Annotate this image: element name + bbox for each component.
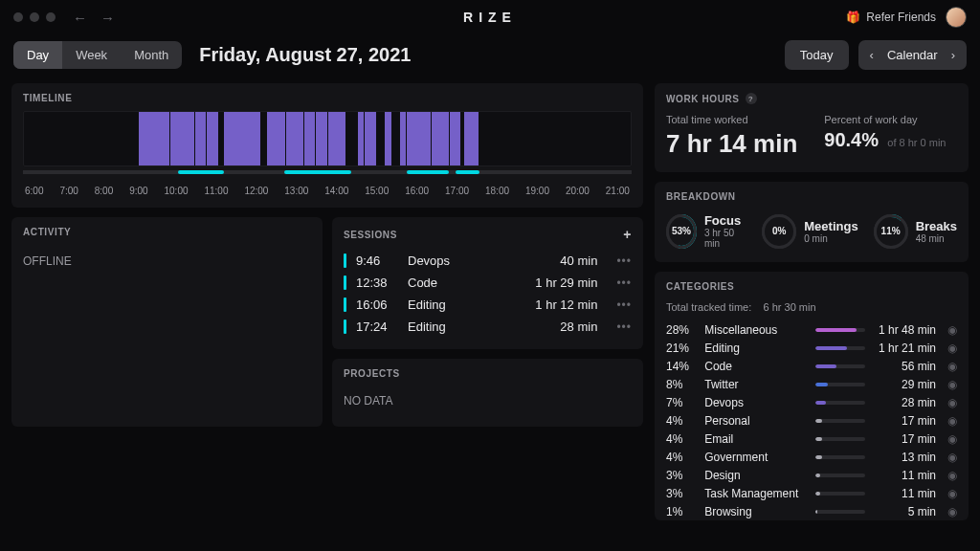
tab-month[interactable]: Month — [121, 41, 182, 69]
category-row[interactable]: 21%Editing1 hr 21 min◉ — [655, 339, 969, 357]
category-row[interactable]: 4%Personal17 min◉ — [655, 411, 969, 430]
category-row[interactable]: 4%Email17 min◉ — [655, 430, 969, 448]
timeline-sessions-bar — [23, 170, 632, 176]
nav-back-icon[interactable]: ← — [73, 10, 87, 26]
category-duration: 28 min — [873, 396, 936, 409]
activity-panel: ACTIVITY OFFLINE — [11, 217, 323, 427]
categories-panel: CATEGORIES Total tracked time: 6 hr 30 m… — [655, 272, 969, 520]
category-duration: 1 hr 21 min — [873, 342, 936, 355]
session-tick — [344, 253, 346, 268]
nav-forward-icon[interactable]: → — [100, 10, 115, 26]
timeline-block[interactable] — [224, 112, 260, 165]
category-row[interactable]: 28%Miscellaneous1 hr 48 min◉ — [655, 320, 969, 339]
breakdown-item[interactable]: 53%Focus3 hr 50 min — [666, 213, 746, 249]
visibility-icon[interactable]: ◉ — [947, 505, 957, 518]
sessions-title: SESSIONS — [344, 230, 397, 240]
timeline-hour-label: 8:00 — [95, 186, 113, 196]
close-window[interactable] — [13, 12, 23, 22]
category-pct: 21% — [666, 342, 697, 355]
timeline-hour-label: 6:00 — [25, 186, 43, 196]
category-pct: 28% — [666, 323, 697, 337]
timeline-block[interactable] — [464, 112, 479, 165]
chevron-right-icon[interactable]: › — [951, 48, 955, 62]
projects-panel: PROJECTS NO DATA — [332, 359, 643, 427]
category-row[interactable]: 7%Devops28 min◉ — [655, 393, 969, 411]
pct-day-of: of 8 hr 0 min — [887, 137, 946, 148]
category-bar — [815, 346, 864, 350]
timeline-block[interactable] — [385, 112, 390, 165]
session-row[interactable]: 16:06Editing1 hr 12 min••• — [344, 294, 632, 316]
session-row[interactable]: 17:24Editing28 min••• — [344, 316, 632, 338]
session-more-icon[interactable]: ••• — [616, 276, 632, 290]
session-name: Devops — [408, 253, 550, 268]
sessions-panel: SESSIONS + 9:46Devops40 min•••12:38Code1… — [332, 217, 643, 349]
projects-heading: PROJECTS — [332, 359, 643, 386]
category-duration: 56 min — [873, 360, 936, 373]
work-hours-panel: WORK HOURS ? Total time worked 7 hr 14 m… — [655, 83, 969, 172]
session-name: Editing — [408, 298, 525, 312]
avatar[interactable] — [946, 7, 967, 28]
info-icon[interactable]: ? — [746, 93, 757, 104]
session-row[interactable]: 12:38Code1 hr 29 min••• — [344, 272, 632, 294]
category-row[interactable]: 8%Twitter29 min◉ — [655, 375, 969, 393]
category-pct: 4% — [666, 451, 697, 464]
breakdown-sub: 3 hr 50 min — [704, 228, 746, 249]
visibility-icon[interactable]: ◉ — [947, 323, 957, 337]
session-tick — [344, 276, 346, 290]
session-time: 12:38 — [356, 276, 398, 290]
tab-day[interactable]: Day — [13, 41, 62, 69]
visibility-icon[interactable]: ◉ — [947, 451, 957, 464]
category-duration: 17 min — [873, 414, 936, 428]
category-name: Browsing — [704, 505, 808, 518]
breakdown-item[interactable]: 11%Breaks48 min — [874, 214, 957, 249]
session-more-icon[interactable]: ••• — [616, 298, 632, 312]
session-more-icon[interactable]: ••• — [616, 254, 632, 268]
category-name: Design — [704, 469, 808, 482]
category-bar — [815, 328, 864, 332]
timeline-hour-label: 15:00 — [365, 186, 389, 196]
visibility-icon[interactable]: ◉ — [947, 432, 957, 446]
breakdown-ring: 0% — [762, 214, 796, 249]
window-controls — [13, 12, 56, 22]
timeline-hour-label: 10:00 — [165, 186, 189, 196]
timeline-hour-label: 11:00 — [204, 186, 228, 196]
session-more-icon[interactable]: ••• — [616, 320, 632, 334]
visibility-icon[interactable]: ◉ — [947, 378, 957, 391]
timeline-block[interactable] — [358, 112, 376, 165]
category-duration: 1 hr 48 min — [873, 323, 936, 337]
total-worked-label: Total time worked — [666, 114, 797, 125]
breakdown-panel: BREAKDOWN 53%Focus3 hr 50 min0%Meetings0… — [655, 182, 969, 262]
timeline-block[interactable] — [267, 112, 345, 165]
visibility-icon[interactable]: ◉ — [947, 414, 957, 428]
add-session-icon[interactable]: + — [623, 227, 632, 242]
category-row[interactable]: 4%Government13 min◉ — [655, 448, 969, 466]
chevron-left-icon[interactable]: ‹ — [870, 48, 874, 62]
visibility-icon[interactable]: ◉ — [947, 360, 957, 373]
visibility-icon[interactable]: ◉ — [947, 469, 957, 482]
timeline-hour-label: 21:00 — [606, 186, 630, 196]
breakdown-label: Breaks — [916, 219, 957, 233]
refer-friends-link[interactable]: Refer Friends — [846, 11, 936, 24]
pct-day-value: 90.4% — [824, 129, 879, 151]
visibility-icon[interactable]: ◉ — [947, 487, 957, 500]
category-row[interactable]: 1%Browsing5 min◉ — [655, 502, 969, 520]
category-row[interactable]: 3%Design11 min◉ — [655, 466, 969, 484]
work-hours-heading: WORK HOURS ? — [655, 83, 969, 112]
today-button[interactable]: Today — [785, 40, 849, 70]
timeline-track[interactable] — [23, 111, 632, 166]
calendar-button[interactable]: ‹ Calendar › — [858, 40, 967, 70]
category-row[interactable]: 14%Code56 min◉ — [655, 357, 969, 375]
session-name: Code — [408, 276, 525, 290]
visibility-icon[interactable]: ◉ — [947, 396, 957, 409]
breakdown-label: Focus — [704, 213, 746, 228]
category-bar — [815, 401, 864, 405]
visibility-icon[interactable]: ◉ — [947, 342, 957, 355]
maximize-window[interactable] — [46, 12, 56, 22]
category-duration: 11 min — [873, 469, 936, 482]
breakdown-item[interactable]: 0%Meetings0 min — [762, 214, 858, 249]
category-row[interactable]: 3%Task Management11 min◉ — [655, 484, 969, 502]
session-row[interactable]: 9:46Devops40 min••• — [344, 250, 632, 272]
tab-week[interactable]: Week — [62, 41, 121, 69]
minimize-window[interactable] — [30, 12, 39, 22]
category-bar — [815, 510, 864, 514]
